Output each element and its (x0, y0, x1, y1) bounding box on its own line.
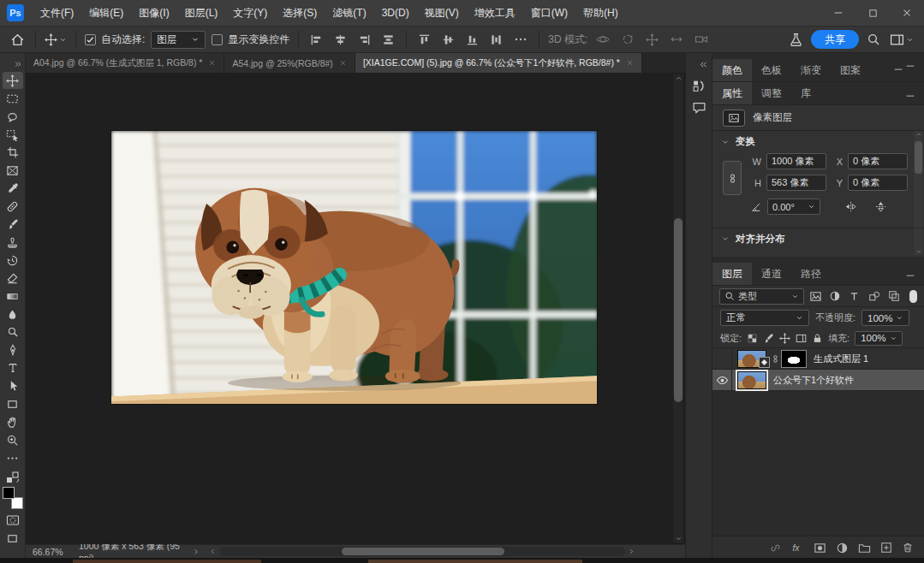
close-tab-icon[interactable] (339, 59, 347, 67)
transform-section-header[interactable]: 变换 (712, 131, 924, 152)
panel-menu-icon[interactable] (904, 268, 916, 283)
healing-brush-tool[interactable] (3, 198, 23, 215)
auto-select-checkbox[interactable]: 自动选择: (85, 33, 145, 47)
align-vertical-center-button[interactable] (439, 33, 457, 47)
menu-3d[interactable]: 3D(D) (374, 0, 417, 26)
screen-mode-button[interactable] (3, 530, 23, 547)
layer-name[interactable]: 生成式图层 1 (814, 353, 868, 365)
tab-libraries[interactable]: 库 (791, 82, 820, 104)
workspace-switcher[interactable] (888, 31, 915, 49)
align-right-button[interactable] (355, 33, 373, 47)
crop-tool[interactable] (3, 144, 23, 161)
bulldog-photo[interactable] (111, 131, 597, 404)
panel-menu-icon[interactable] (904, 87, 916, 103)
layer-style-icon[interactable] (791, 540, 804, 555)
zoom-tool[interactable] (3, 431, 23, 448)
layer-thumbnail[interactable] (737, 371, 766, 389)
beaker-icon[interactable] (787, 31, 805, 49)
swap-colors-icon[interactable] (6, 469, 20, 484)
document-tab-2[interactable]: A54.jpg @ 25%(RGB/8#) (224, 53, 355, 73)
menu-help[interactable]: 帮助(H) (575, 0, 626, 26)
properties-scrollbar[interactable] (914, 131, 923, 255)
flip-vertical-icon[interactable] (874, 200, 887, 213)
scroll-up-icon[interactable] (673, 74, 683, 82)
comments-panel-icon[interactable] (692, 100, 706, 115)
horizontal-scroll-track[interactable] (219, 547, 625, 556)
menu-view[interactable]: 视图(V) (417, 0, 467, 26)
width-input[interactable]: 1000 像素 (766, 153, 826, 169)
gradient-tool[interactable] (3, 287, 23, 305)
lock-pixels-icon[interactable] (763, 333, 774, 344)
canvas[interactable] (26, 73, 685, 544)
close-tab-icon[interactable] (208, 59, 216, 67)
layer-row-background[interactable]: 公众号下1个好软件 (712, 370, 924, 391)
blend-mode-dropdown[interactable]: 正常 (720, 310, 809, 326)
horizontal-scroll-thumb[interactable] (342, 548, 504, 555)
visibility-toggle-off[interactable] (712, 348, 732, 369)
lock-position-icon[interactable] (779, 333, 790, 344)
filter-adjustment-layers-icon[interactable] (826, 288, 844, 304)
lock-all-icon[interactable] (812, 333, 823, 344)
brush-tool[interactable] (3, 216, 23, 233)
object-selection-tool[interactable] (3, 126, 23, 143)
menu-layer[interactable]: 图层(L) (177, 0, 226, 26)
scroll-left-icon[interactable] (209, 548, 217, 555)
tab-gradients[interactable]: 渐变 (791, 59, 831, 81)
3d-orbit-icon[interactable] (593, 32, 612, 47)
tab-paths[interactable]: 路径 (791, 263, 831, 285)
move-tool[interactable] (3, 72, 23, 89)
menu-window[interactable]: 窗口(W) (523, 0, 575, 26)
document-tab-3-active[interactable]: [XIA1GE.COM] (5).jpg @ 66.7% (公众号下1个好软件,… (355, 53, 642, 73)
lasso-tool[interactable] (3, 108, 23, 125)
layer-filter-dropdown[interactable]: 类型 (719, 288, 804, 305)
distribute-vertical-button[interactable] (379, 33, 397, 47)
foreground-color-swatch[interactable] (3, 487, 15, 499)
menu-image[interactable]: 图像(I) (131, 0, 176, 26)
height-input[interactable]: 563 像素 (766, 175, 826, 191)
scroll-up-icon[interactable] (914, 131, 923, 138)
align-left-button[interactable] (307, 33, 325, 47)
adjustment-layer-icon[interactable] (836, 540, 849, 555)
scroll-down-icon[interactable] (673, 535, 683, 542)
tab-properties[interactable]: 属性 (712, 82, 752, 104)
edit-toolbar-button[interactable] (3, 449, 23, 466)
menu-file[interactable]: 文件(F) (33, 0, 81, 26)
scroll-thumb[interactable] (915, 141, 922, 174)
path-selection-tool[interactable] (3, 377, 23, 394)
maximize-button[interactable] (855, 0, 890, 26)
lock-transparent-icon[interactable] (747, 333, 758, 344)
canvas-vertical-scrollbar[interactable] (673, 74, 683, 542)
type-tool[interactable] (3, 359, 23, 376)
toolbar-expand-icon[interactable] (14, 56, 22, 71)
flip-horizontal-icon[interactable] (844, 200, 857, 213)
show-transform-checkbox[interactable]: 显示变换控件 (212, 33, 289, 47)
constrain-link-icon[interactable] (723, 161, 742, 195)
tab-adjustments[interactable]: 调整 (752, 82, 791, 104)
visibility-toggle-on[interactable] (712, 370, 732, 390)
scroll-right-icon[interactable] (628, 548, 635, 555)
menu-plugins[interactable]: 增效工具 (467, 0, 523, 26)
scroll-down-icon[interactable] (914, 248, 923, 255)
filter-smart-objects-icon[interactable] (885, 288, 903, 304)
tab-color[interactable]: 颜色 (712, 59, 752, 81)
align-horizontal-center-button[interactable] (331, 33, 349, 47)
delete-layer-icon[interactable] (902, 540, 914, 555)
layer-name[interactable]: 公众号下1个好软件 (773, 374, 854, 387)
lock-artboard-icon[interactable] (796, 333, 807, 344)
close-tab-icon[interactable] (626, 59, 634, 67)
add-mask-icon[interactable] (814, 540, 826, 555)
filter-pixel-layers-icon[interactable] (807, 288, 824, 304)
3d-slide-icon[interactable] (667, 32, 686, 47)
status-menu-icon[interactable] (192, 548, 200, 556)
quick-mask-button[interactable] (3, 512, 23, 529)
menu-select[interactable]: 选择(S) (275, 0, 325, 26)
search-icon[interactable] (865, 31, 882, 48)
close-button[interactable] (890, 0, 924, 26)
minimize-button[interactable] (821, 0, 855, 26)
angle-input[interactable]: 0.00° (767, 199, 820, 215)
more-options-button[interactable] (511, 32, 530, 47)
fill-dropdown[interactable]: 100% (855, 331, 903, 346)
tab-layers[interactable]: 图层 (712, 263, 752, 285)
document-tab-1[interactable]: A04.jpg @ 66.7% (生成式图层 1, RGB/8) * (26, 53, 224, 73)
menu-filter[interactable]: 滤镜(T) (325, 0, 373, 26)
